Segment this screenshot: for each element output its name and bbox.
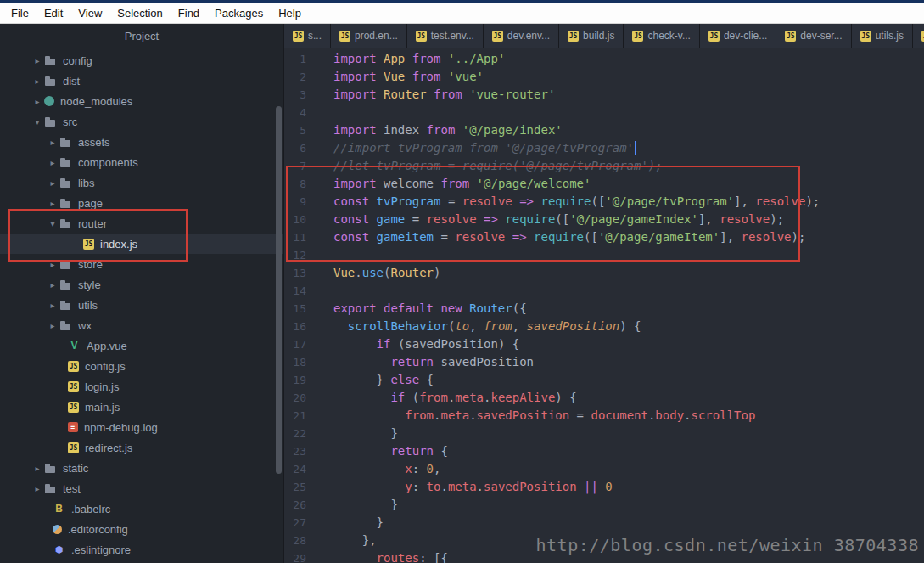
tab-utils.js[interactable]: JSutils.js (852, 24, 913, 48)
tab-dev.env...[interactable]: JSdev.env... (484, 24, 559, 48)
tab-dev-clie...[interactable]: JSdev-clie... (700, 24, 776, 48)
code-token: routes (377, 551, 420, 563)
tree-item-config[interactable]: ▸config (0, 50, 283, 70)
code-line[interactable]: 25 y: to.meta.savedPosition || 0 (284, 478, 924, 496)
code-line[interactable]: 20 if (from.meta.keepAlive) { (284, 389, 924, 407)
tab-prod.en...[interactable]: JSprod.en... (331, 24, 407, 48)
chevron-collapsed-icon: ▸ (31, 484, 44, 493)
code-token: from (484, 319, 512, 333)
code-line[interactable]: 19 } else { (284, 371, 924, 389)
tree-item-node-modules[interactable]: ▸node_modules (0, 91, 283, 111)
menu-view[interactable]: View (70, 7, 109, 20)
tree-item-router[interactable]: ▾router (0, 213, 283, 234)
tree-item-static[interactable]: ▸static (0, 458, 283, 478)
sidebar-scrollbar[interactable] (276, 106, 282, 474)
code-line[interactable]: 4 (284, 104, 924, 121)
menu-help[interactable]: Help (271, 7, 309, 20)
code-line[interactable]: 15export default new Router({ (284, 300, 924, 318)
tree-item-components[interactable]: ▸components (0, 152, 283, 172)
tab-label: check-v... (647, 30, 690, 42)
code-line[interactable]: 3import Router from 'vue-router' (284, 86, 924, 104)
menu-edit[interactable]: Edit (36, 7, 70, 20)
code-line[interactable]: 29 routes: [{ (284, 549, 924, 563)
tab-test.env...[interactable]: JStest.env... (407, 24, 484, 48)
tree-item-config.js[interactable]: JSconfig.js (0, 356, 283, 376)
code-line[interactable]: 2import Vue from 'vue' (284, 68, 924, 86)
code-line[interactable]: 22 } (284, 425, 924, 442)
code-line[interactable]: 17 if (savedPosition) { (284, 335, 924, 353)
code-token: savedPosition (477, 408, 570, 422)
tree-item-label: wx (78, 319, 92, 332)
tree-item-wx[interactable]: ▸wx (0, 315, 283, 335)
tree-item-src[interactable]: ▾src (0, 111, 283, 132)
tree-item-login.js[interactable]: JSlogin.js (0, 376, 283, 397)
code-token: from (427, 123, 462, 137)
menu-packages[interactable]: Packages (207, 7, 271, 20)
tab-vue-lo...[interactable]: JSvue-lo... (913, 24, 924, 48)
tree-item-page[interactable]: ▸page (0, 193, 283, 213)
tree-item-redirect.js[interactable]: JSredirect.js (0, 437, 283, 458)
tree-item-.editorconfig[interactable]: .editorconfig (0, 519, 283, 539)
code-line[interactable]: 8import welcome from '@/page/welcome' (284, 175, 924, 193)
line-number: 1 (284, 50, 333, 68)
tree-item-dist[interactable]: ▸dist (0, 70, 283, 91)
menu-selection[interactable]: Selection (109, 7, 170, 20)
code-token: import (333, 177, 384, 190)
code-line[interactable]: 6//import tvProgram from '@/page/tvProgr… (284, 139, 924, 157)
code-token: game (377, 212, 412, 226)
tree-item-label: index.js (100, 238, 137, 251)
tab-bar: JSs...JSprod.en...JStest.env...JSdev.env… (284, 24, 924, 48)
js-icon: JS (68, 361, 79, 372)
code-line[interactable]: 12 (284, 246, 924, 264)
chevron-collapsed-icon: ▸ (46, 321, 59, 330)
code-line[interactable]: 9const tvProgram = resolve => require(['… (284, 193, 924, 211)
tree-item-test[interactable]: ▸test (0, 478, 283, 498)
code-token: to (455, 319, 469, 333)
code-line[interactable]: 18 return savedPosition (284, 353, 924, 371)
code-line[interactable]: 5import index from '@/page/index' (284, 121, 924, 139)
line-number: 21 (284, 407, 333, 425)
tree-item-.babelrc[interactable]: B.babelrc (0, 498, 283, 519)
tree-item-main.js[interactable]: JSmain.js (0, 397, 283, 417)
code-line[interactable]: 10const game = resolve => require(['@/pa… (284, 211, 924, 228)
code-line[interactable]: 16 scrollBehavior(to, from, savedPositio… (284, 318, 924, 335)
tab-dev-ser...[interactable]: JSdev-ser... (776, 24, 851, 48)
tab-s...[interactable]: JSs... (284, 24, 331, 48)
code-line[interactable]: 23 return { (284, 442, 924, 460)
code-line[interactable]: 13Vue.use(Router) (284, 264, 924, 282)
menu-file[interactable]: File (3, 7, 36, 20)
code-line[interactable]: 27 } (284, 514, 924, 532)
tree-item-style[interactable]: ▸style (0, 274, 283, 295)
code-line[interactable]: 21 from.meta.savedPosition = document.bo… (284, 407, 924, 425)
code-line[interactable]: 1import App from '../App' (284, 50, 924, 68)
tree-item-index.js[interactable]: JSindex.js (0, 234, 283, 254)
code-editor[interactable]: 1import App from '../App'2import Vue fro… (284, 48, 924, 563)
tree-item-utils[interactable]: ▸utils (0, 295, 283, 315)
code-token: export default new (333, 301, 469, 315)
code-token: ) (434, 266, 440, 279)
code-token: '@/page/index' (462, 123, 563, 137)
code-line[interactable]: 24 x: 0, (284, 460, 924, 478)
tab-build.js[interactable]: JSbuild.js (559, 24, 624, 48)
menu-find[interactable]: Find (171, 7, 207, 20)
tree-item-store[interactable]: ▸store (0, 254, 283, 274)
code-line[interactable]: 7//let tvProgram = require('@/page/tvPro… (284, 157, 924, 175)
code-token: { (427, 373, 434, 386)
tree-item-app.vue[interactable]: VApp.vue (0, 335, 283, 356)
line-number: 11 (284, 228, 333, 246)
editorconfig-icon (53, 525, 62, 534)
tree-item-assets[interactable]: ▸assets (0, 132, 283, 152)
folder-icon (44, 482, 57, 495)
tree-item-label: utils (78, 299, 98, 312)
code-line[interactable]: 26 } (284, 496, 924, 514)
code-token: import (333, 123, 384, 137)
tree-item-.eslintignore[interactable]: ⬢.eslintignore (0, 539, 283, 560)
code-line[interactable]: 28 }, (284, 532, 924, 549)
code-line[interactable]: 14 (284, 282, 924, 300)
tab-check-v...[interactable]: JScheck-v... (624, 24, 699, 48)
code-token: require (540, 194, 591, 208)
code-line[interactable]: 11const gameitem = resolve => require(['… (284, 228, 924, 246)
tree-item-npm-debug.log[interactable]: ≡npm-debug.log (0, 417, 283, 437)
code-token: 0 (605, 480, 612, 493)
tree-item-libs[interactable]: ▸libs (0, 172, 283, 193)
